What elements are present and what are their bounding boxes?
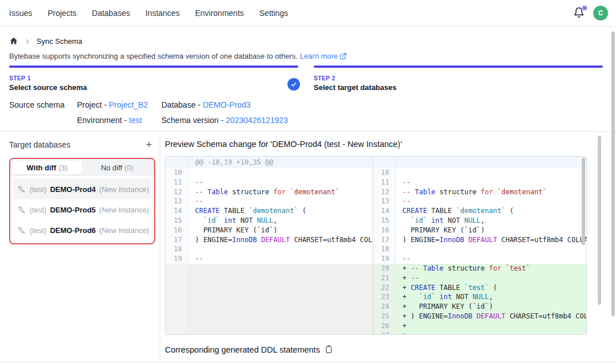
nav-item-instances[interactable]: Instances <box>145 9 180 18</box>
code-segment: for <box>481 188 493 196</box>
code-segment: TABLE <box>427 207 456 215</box>
code-line: -- Table structure for `demotenant` <box>188 187 372 197</box>
code-line: -- <box>188 197 372 206</box>
diff-line: 19-- <box>165 254 372 264</box>
step-1-progress-bar <box>9 66 298 68</box>
target-database-list: (test) DEMO-Prod4 (New Instance) (test) … <box>10 176 154 243</box>
nav-item-issues[interactable]: Issues <box>9 9 32 18</box>
content-scrollbar[interactable] <box>598 136 601 305</box>
line-number: 23 <box>373 292 396 302</box>
code-line: + -- Table structure for `test` <box>396 264 586 273</box>
code-segment: -- <box>403 255 411 263</box>
stepper: STEP 1 Select source schema STEP 2 Selec… <box>9 66 603 92</box>
learn-more-link[interactable]: Learn more <box>300 52 347 60</box>
diff-scrollbar[interactable] <box>582 158 585 245</box>
hunk-header: @@ -10,19 +10,35 @@ <box>188 157 372 168</box>
code-line <box>396 244 586 254</box>
code-segment: int <box>440 293 452 301</box>
database-item-demo-prod4[interactable]: (test) DEMO-Prod4 (New Instance) <box>13 179 151 199</box>
code-segment: -- <box>403 197 411 205</box>
mysql-icon <box>18 206 26 214</box>
target-databases-title: Target databases <box>9 140 70 149</box>
code-line: ) ENGINE=InnoDB DEFAULT CHARSET=utf8mb4 … <box>188 235 372 245</box>
target-databases-selection: With diff (3) No diff (0) (test) DEMO-Pr… <box>9 158 155 244</box>
code-segment: , <box>273 216 277 224</box>
project-label: Project - <box>77 100 109 109</box>
diff-line: 13-- <box>165 197 372 206</box>
diff-line: 17) ENGINE=InnoDB DEFAULT CHARSET=utf8mb… <box>165 235 372 245</box>
code-segment: `test` <box>464 284 489 292</box>
database-suffix: (New Instance) <box>99 185 149 194</box>
code-line: ) ENGINE=InnoDB DEFAULT CHARSET=utf8mb4 … <box>396 235 586 245</box>
page-scrollbar[interactable] <box>611 31 615 316</box>
diff-line: 17) ENGINE=InnoDB DEFAULT CHARSET=utf8mb… <box>373 235 586 245</box>
line-number: 14 <box>373 206 396 216</box>
diff-line-added: 25+ ) ENGINE=InnoDB DEFAULT CHARSET=utf8… <box>373 312 586 321</box>
code-segment: DEFAULT <box>261 236 290 244</box>
database-link[interactable]: DEMO-Prod3 <box>202 100 250 109</box>
line-number: 12 <box>165 187 188 197</box>
diff-empty-filler <box>165 264 372 334</box>
tab-with-diff[interactable]: With diff (3) <box>12 161 82 174</box>
code-segment: InnoDB <box>448 312 472 320</box>
code-segment: -- <box>195 255 203 263</box>
nav-item-settings[interactable]: Settings <box>260 9 289 18</box>
tab-no-diff[interactable]: No diff (0) <box>82 161 152 174</box>
step-1[interactable]: STEP 1 Select source schema <box>9 66 298 92</box>
line-number: 11 <box>373 178 396 187</box>
code-line: CREATE TABLE `demotenant` ( <box>188 206 372 216</box>
step-2-progress-bar <box>314 66 603 68</box>
added-prefix: + <box>403 302 411 310</box>
preview-title: Preview Schema change for 'DEMO-Prod4 (t… <box>165 138 616 150</box>
code-segment: int <box>431 216 444 224</box>
hunk-gutter <box>165 157 188 168</box>
code-line: `id` int NOT NULL, <box>188 216 372 226</box>
nav-item-databases[interactable]: Databases <box>92 9 130 18</box>
project-link[interactable]: Project_B2 <box>109 100 148 109</box>
diff-line-added: 21+ -- <box>373 273 586 283</box>
code-line: + PRIMARY KEY (`id`) <box>396 302 586 312</box>
tab-with-diff-count: (3) <box>58 163 67 172</box>
database-field: Database - DEMO-Prod3 <box>161 100 607 111</box>
code-segment <box>220 216 224 224</box>
code-line: + `id` int NOT NULL, <box>396 292 586 302</box>
code-segment: Table <box>208 188 228 196</box>
diff-line: 16 PRIMARY KEY (`id`) <box>165 226 372 235</box>
code-segment <box>403 216 411 224</box>
filler-gutter <box>165 264 188 334</box>
schema-version-link[interactable]: 20230426121923 <box>226 116 288 125</box>
added-prefix: + <box>403 312 411 320</box>
schema-version-label: Schema version - <box>161 116 226 125</box>
home-icon[interactable] <box>9 36 18 46</box>
database-item-demo-prod5[interactable]: (test) DEMO-Prod5 (New Instance) <box>13 199 151 220</box>
line-number: 15 <box>373 216 396 226</box>
line-number: 12 <box>373 187 396 197</box>
code-segment: `test` <box>505 264 530 272</box>
line-number: 18 <box>165 244 188 254</box>
environment-link[interactable]: test <box>129 116 142 125</box>
copy-icon[interactable] <box>325 345 333 354</box>
code-segment: TABLE <box>435 284 464 292</box>
external-link-icon <box>339 52 347 60</box>
target-databases-panel: Target databases + With diff (3) No diff… <box>0 132 160 362</box>
add-target-database-button[interactable]: + <box>143 138 155 151</box>
step-2[interactable]: STEP 2 Select target databases <box>314 66 603 92</box>
code-segment: PRIMARY KEY (`id`) <box>411 302 493 310</box>
code-segment: CHARSET=utf8mb4 COLLATE <box>505 312 586 320</box>
code-line: + -- <box>396 273 586 283</box>
code-segment: NOT <box>452 293 472 301</box>
page-title: Sync Schema <box>37 37 82 46</box>
avatar[interactable]: C <box>593 6 608 21</box>
code-line: -- <box>396 197 586 206</box>
nav-item-projects[interactable]: Projects <box>47 9 76 18</box>
diff-line: 14CREATE TABLE `demotenant` ( <box>373 206 586 216</box>
code-segment <box>203 188 207 196</box>
step-2-label: STEP 2 <box>314 75 603 81</box>
nav-item-environments[interactable]: Environments <box>195 9 244 18</box>
notification-bell-icon[interactable] <box>573 7 586 19</box>
database-suffix: (New Instance) <box>99 206 149 214</box>
code-segment <box>195 216 203 224</box>
line-number: 10 <box>165 168 188 178</box>
database-item-demo-prod6[interactable]: (test) DEMO-Prod6 (New Instance) <box>13 220 151 240</box>
code-line: -- Table structure for `demotenant` <box>396 187 586 197</box>
